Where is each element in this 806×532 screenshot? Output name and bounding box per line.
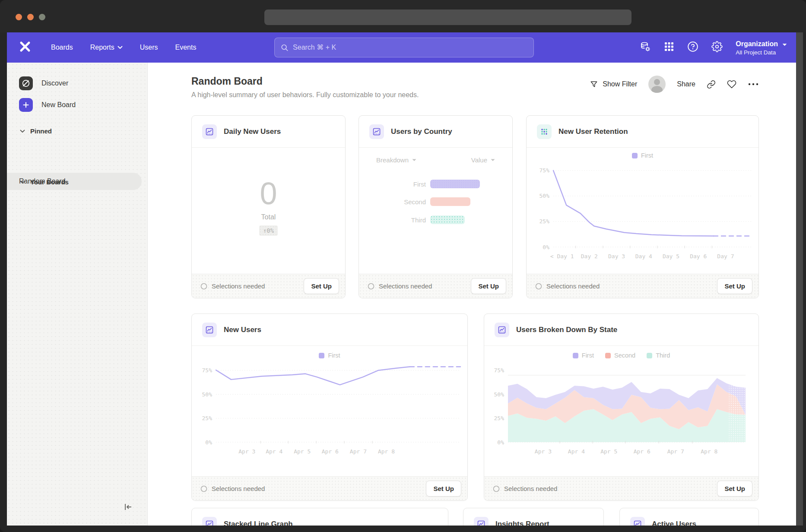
search-input[interactable] (293, 44, 527, 51)
state-stacked-area-chart: 75%50%25%0%Apr 3Apr 4Apr 5Apr 6Apr 7Apr … (489, 357, 756, 465)
avatar[interactable] (648, 76, 666, 93)
mixpanel-logo[interactable] (19, 41, 31, 54)
window-controls (16, 14, 45, 20)
svg-text:50%: 50% (202, 391, 213, 398)
retention-line-chart: 75%50%25%0%< Day 1Day 2Day 3Day 4Day 5Da… (531, 157, 755, 261)
set-up-button[interactable]: Set Up (717, 481, 752, 497)
svg-text:Apr 6: Apr 6 (322, 448, 339, 455)
chevron-down-icon (20, 180, 25, 184)
svg-text:Apr 8: Apr 8 (701, 448, 717, 455)
svg-text:Apr 6: Apr 6 (634, 448, 651, 455)
svg-text:Apr 3: Apr 3 (238, 448, 255, 455)
sidebar-item-discover[interactable]: Discover (19, 76, 68, 90)
board-main-area: Random Board A high-level summary of use… (148, 63, 796, 526)
svg-text:75%: 75% (494, 367, 505, 374)
favorite-button[interactable] (727, 79, 736, 89)
line-chart-icon (202, 323, 217, 337)
card-title: Active Users (652, 520, 696, 526)
card-stacked-line-graph: Stacked Line Graph (191, 508, 448, 526)
help-icon[interactable] (687, 41, 698, 54)
org-name: Organization (736, 40, 778, 48)
nav-item-boards[interactable]: Boards (51, 44, 73, 51)
browser-address-bar[interactable] (264, 10, 631, 25)
link-icon (707, 80, 716, 89)
top-navbar: Boards Reports Users Events (7, 32, 796, 63)
nav-item-users[interactable]: Users (140, 44, 158, 51)
more-options-button[interactable] (748, 82, 759, 86)
sidebar-collapse-button[interactable] (122, 501, 133, 514)
bar-row: Second (359, 197, 470, 206)
line-chart-icon (495, 323, 509, 337)
svg-text:Day 3: Day 3 (608, 253, 625, 260)
svg-text:Apr 5: Apr 5 (600, 448, 617, 455)
browser-scrollbar[interactable] (796, 32, 803, 526)
card-status: Selections needed (200, 282, 265, 290)
chevron-down-icon (117, 46, 123, 49)
circle-status-icon (535, 283, 542, 290)
set-up-button[interactable]: Set Up (426, 481, 461, 497)
nav-item-reports[interactable]: Reports (90, 44, 123, 51)
breakdown-label: Breakdown (376, 156, 409, 164)
bar-row: First (359, 180, 480, 188)
line-chart-icon (202, 517, 217, 526)
sidebar-item-new-board[interactable]: New Board (19, 98, 76, 112)
card-daily-new-users: Daily New Users 0 Total ↑0% Selections n… (191, 115, 346, 298)
metric-label: Total (261, 213, 276, 221)
window-minimize-button[interactable] (27, 14, 34, 20)
sidebar-item-label: New Board (41, 101, 76, 109)
org-switcher[interactable]: Organization All Project Data (736, 40, 787, 56)
app-window: Boards Reports Users Events (7, 32, 796, 526)
svg-text:75%: 75% (539, 167, 550, 174)
apps-grid-icon[interactable] (664, 41, 674, 54)
sidebar-section-pinned[interactable]: Pinned (20, 127, 52, 135)
svg-text:Apr 7: Apr 7 (350, 448, 367, 455)
card-status-label: Selections needed (504, 485, 557, 492)
card-title: New Users (224, 326, 261, 334)
heart-icon (727, 79, 736, 89)
retention-grid-icon (537, 124, 552, 139)
nav-item-label: Events (175, 44, 197, 51)
page-subtitle: A high-level summary of user behaviors. … (191, 91, 419, 99)
line-chart-icon (474, 517, 489, 526)
nav-item-label: Reports (90, 44, 114, 51)
set-up-button[interactable]: Set Up (304, 278, 339, 294)
svg-text:Day 4: Day 4 (635, 253, 652, 260)
card-status-label: Selections needed (212, 485, 265, 492)
set-up-button[interactable]: Set Up (717, 278, 752, 294)
sidebar-section-your-boards[interactable]: Your Boards (20, 178, 69, 186)
set-up-button[interactable]: Set Up (471, 278, 506, 294)
svg-text:25%: 25% (494, 415, 505, 421)
window-zoom-button[interactable] (39, 14, 45, 20)
circle-status-icon (200, 485, 207, 492)
bar-category-label: Third (359, 216, 430, 224)
breakdown-dropdown[interactable]: Breakdown (376, 156, 416, 164)
copy-link-button[interactable] (707, 80, 716, 89)
bar-row: Third (359, 215, 465, 224)
bar-category-label: First (359, 180, 430, 188)
screenshot-root: Boards Reports Users Events (0, 0, 806, 532)
nav-item-events[interactable]: Events (175, 44, 197, 51)
card-title: Users by Country (391, 127, 452, 136)
svg-text:Apr 8: Apr 8 (378, 448, 395, 455)
svg-text:Apr 3: Apr 3 (535, 448, 552, 455)
circle-status-icon (493, 485, 500, 492)
svg-text:< Day 1: < Day 1 (550, 253, 574, 260)
chevron-down-icon (20, 130, 25, 133)
metric-delta-badge: ↑0% (259, 225, 278, 236)
share-button[interactable]: Share (677, 80, 695, 88)
chevron-down-icon (412, 158, 416, 162)
circle-status-icon (200, 283, 207, 290)
settings-gear-icon[interactable] (711, 41, 723, 54)
browser-titlebar (0, 0, 806, 32)
value-dropdown[interactable]: Value (471, 156, 495, 164)
window-close-button[interactable] (16, 14, 22, 20)
svg-text:25%: 25% (539, 218, 550, 225)
card-status: Selections needed (493, 485, 557, 492)
global-search[interactable] (274, 38, 534, 57)
sidebar-item-label: Discover (41, 79, 68, 87)
show-filter-button[interactable]: Show Filter (590, 80, 637, 89)
metric-value: 0 (260, 178, 277, 209)
data-management-icon[interactable] (640, 41, 651, 54)
card-title: Insights Report (495, 520, 549, 526)
card-status: Selections needed (535, 282, 600, 290)
